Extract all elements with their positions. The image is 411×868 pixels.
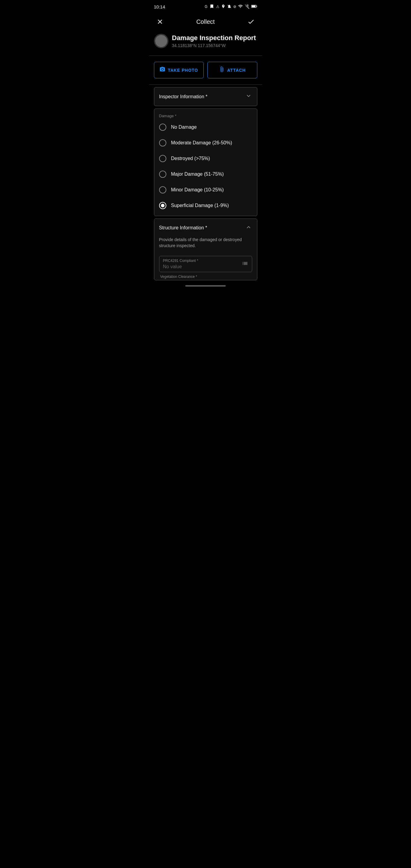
app-bar: Collect	[149, 13, 262, 30]
radio-label-destroyed: Destroyed (>75%)	[171, 156, 210, 161]
app-bar-title: Collect	[196, 19, 215, 25]
bottom-handle	[185, 285, 226, 287]
prc4291-field-inner: PRC4291 Compliant * No value	[163, 258, 242, 270]
google-icon: G	[204, 4, 207, 9]
radio-label-no-damage: No Damage	[171, 124, 197, 130]
prc4291-field[interactable]: PRC4291 Compliant * No value	[159, 256, 252, 272]
svg-rect-2	[256, 6, 257, 7]
radio-circle-minor-damage	[159, 186, 166, 193]
attach-button[interactable]: ATTACH	[207, 62, 257, 79]
damage-section: Damage * No DamageModerate Damage (26-50…	[154, 108, 257, 216]
radio-circle-superficial-damage	[159, 202, 166, 209]
avatar-inner	[155, 35, 167, 47]
structure-description: Provide details of the damaged or destro…	[154, 237, 257, 253]
bookmarks-icon	[210, 4, 214, 10]
prc4291-label: PRC4291 Compliant *	[163, 258, 242, 263]
close-button[interactable]	[154, 16, 166, 28]
structure-chevron-icon	[245, 224, 252, 232]
radio-label-superficial-damage: Superficial Damage (1-9%)	[171, 203, 229, 208]
radio-circle-no-damage	[159, 124, 166, 131]
radio-option-minor-damage[interactable]: Minor Damage (10-25%)	[154, 182, 257, 198]
status-bar: 10:14 G ⚠ ⊘	[149, 0, 262, 13]
radio-label-minor-damage: Minor Damage (10-25%)	[171, 187, 224, 193]
avatar	[154, 34, 168, 48]
prc4291-value: No value	[163, 264, 242, 270]
action-buttons: TAKE PHOTO ATTACH	[149, 57, 262, 83]
radio-label-moderate-damage: Moderate Damage (26-50%)	[171, 140, 232, 146]
prc4291-list-icon	[242, 260, 248, 268]
svg-rect-1	[252, 5, 255, 7]
attach-label: ATTACH	[227, 68, 246, 73]
structure-section-header[interactable]: Structure Information *	[154, 219, 257, 237]
radio-option-superficial-damage[interactable]: Superficial Damage (1-9%)	[154, 198, 257, 213]
inspector-chevron-icon	[245, 92, 252, 101]
structure-section: Structure Information * Provide details …	[154, 218, 257, 280]
report-header: Damage Inspection Report 34.118138°N 117…	[149, 30, 262, 54]
vegetation-clearance-label: Vegetation Clearance *	[159, 275, 252, 279]
notifications-off-icon	[227, 4, 231, 9]
check-button[interactable]	[245, 16, 257, 28]
structure-section-title: Structure Information *	[159, 225, 207, 230]
inspector-section-title: Inspector Information *	[159, 94, 208, 99]
camera-icon	[159, 66, 165, 74]
status-icons: G ⚠ ⊘	[204, 4, 257, 10]
radio-label-major-damage: Major Damage (51-75%)	[171, 172, 224, 177]
radio-circle-major-damage	[159, 170, 166, 178]
status-time: 10:14	[154, 4, 165, 9]
battery-icon	[251, 4, 257, 9]
take-photo-label: TAKE PHOTO	[168, 68, 198, 73]
radio-option-no-damage[interactable]: No Damage	[154, 119, 257, 135]
radio-option-moderate-damage[interactable]: Moderate Damage (26-50%)	[154, 135, 257, 151]
report-title: Damage Inspection Report	[172, 34, 257, 42]
vegetation-clearance-container: Vegetation Clearance *	[159, 275, 252, 279]
radio-option-major-damage[interactable]: Major Damage (51-75%)	[154, 166, 257, 182]
report-info: Damage Inspection Report 34.118138°N 117…	[172, 34, 257, 48]
attach-icon	[219, 66, 225, 74]
radio-circle-moderate-damage	[159, 139, 166, 147]
inspector-section-header[interactable]: Inspector Information *	[154, 87, 257, 106]
action-divider	[149, 84, 262, 85]
report-coordinates: 34.118138°N 117.156744°W	[172, 43, 257, 48]
block-icon: ⊘	[233, 4, 236, 9]
radio-option-destroyed[interactable]: Destroyed (>75%)	[154, 151, 257, 166]
radio-options-container: No DamageModerate Damage (26-50%)Destroy…	[154, 119, 257, 213]
radio-circle-destroyed	[159, 155, 166, 162]
warning-icon: ⚠	[216, 4, 219, 9]
take-photo-button[interactable]: TAKE PHOTO	[154, 62, 204, 79]
location-icon	[221, 4, 225, 9]
wifi-icon	[238, 4, 243, 10]
signal-icon	[245, 4, 250, 10]
damage-label: Damage *	[154, 111, 257, 119]
